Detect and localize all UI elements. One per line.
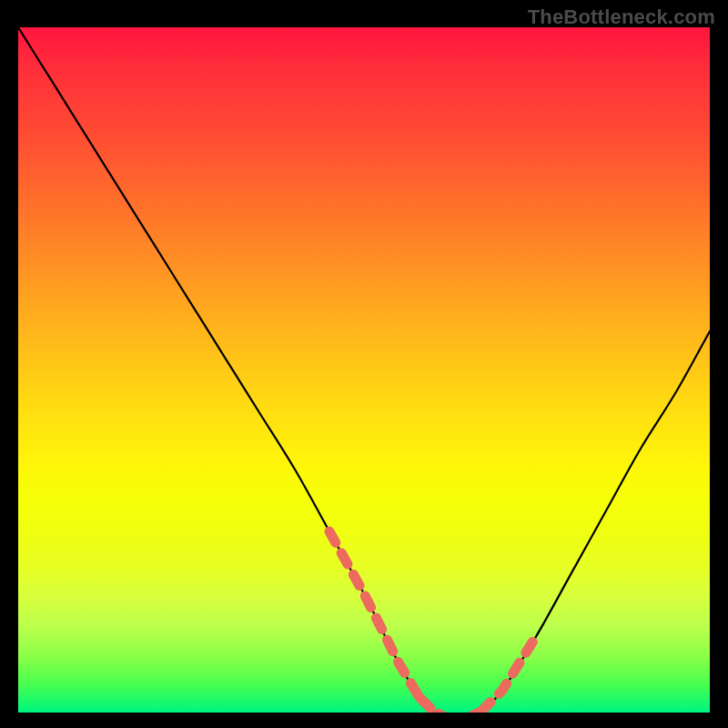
plot-frame <box>18 27 710 713</box>
highlight-segment-left <box>329 531 420 697</box>
chart-container: TheBottleneck.com <box>0 0 728 728</box>
highlight-segment-floor <box>420 697 481 713</box>
highlight-segment-right <box>481 635 537 712</box>
bottleneck-curve-line <box>18 27 710 713</box>
watermark-text: TheBottleneck.com <box>528 5 715 29</box>
chart-svg <box>18 27 710 713</box>
